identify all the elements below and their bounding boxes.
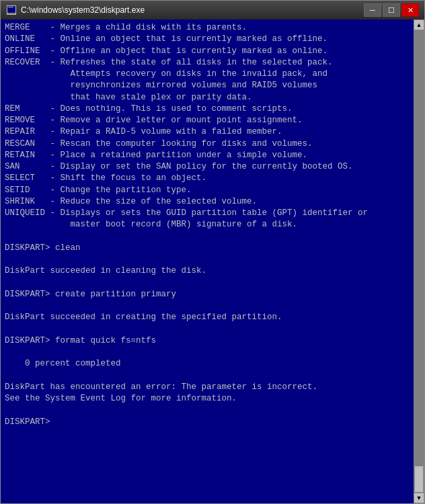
- terminal-icon: [6, 5, 17, 15]
- scrollbar-thumb[interactable]: [414, 466, 424, 493]
- svg-rect-2: [8, 7, 13, 7]
- scroll-up-button[interactable]: ▲: [414, 19, 424, 30]
- svg-rect-3: [7, 13, 15, 14]
- minimize-button[interactable]: ─: [364, 3, 381, 17]
- scrollbar: ▲ ▼: [414, 19, 424, 503]
- console-area: MERGE - Merges a child disk with its par…: [1, 19, 424, 503]
- close-button[interactable]: ✕: [401, 3, 419, 17]
- title-bar: C:\windows\system32\diskpart.exe ─ ☐ ✕: [1, 1, 424, 19]
- scrollbar-track[interactable]: [414, 30, 424, 493]
- title-bar-left: C:\windows\system32\diskpart.exe: [6, 5, 145, 15]
- title-bar-buttons: ─ ☐ ✕: [364, 3, 419, 17]
- scroll-down-button[interactable]: ▼: [414, 493, 424, 503]
- console-output[interactable]: MERGE - Merges a child disk with its par…: [1, 19, 414, 503]
- window: C:\windows\system32\diskpart.exe ─ ☐ ✕ M…: [0, 0, 425, 504]
- window-title: C:\windows\system32\diskpart.exe: [21, 5, 145, 15]
- maximize-button[interactable]: ☐: [383, 3, 400, 17]
